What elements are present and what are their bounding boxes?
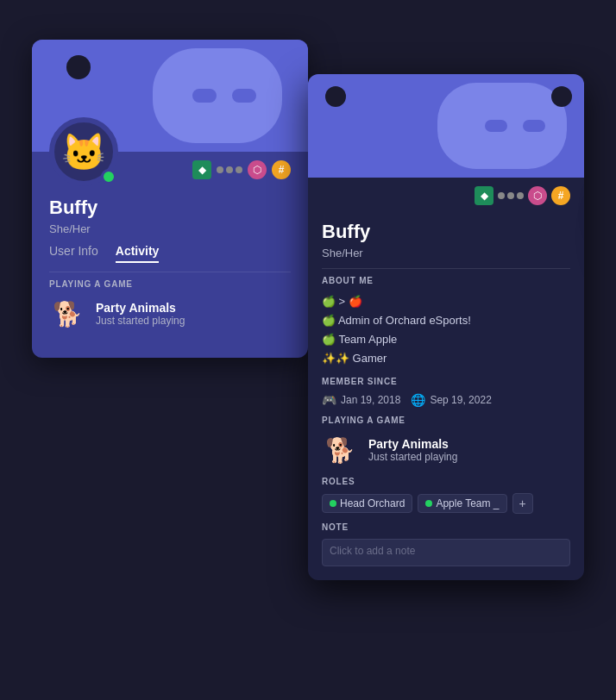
back-card-body: Buffy She/Her User Info Activity PLAYING…	[32, 197, 308, 358]
back-activity-section: PLAYING A GAME 🐕 Party Animals Just star…	[49, 279, 291, 332]
front-hypesquad-badge-icon: ⬡	[528, 186, 547, 205]
tab-user-info[interactable]: User Info	[49, 244, 98, 263]
front-robot-eye-left	[485, 120, 507, 132]
developer-badge-icon: #	[272, 160, 291, 179]
back-tabs: User Info Activity	[49, 244, 291, 263]
front-playing-label: PLAYING A GAME	[322, 416, 570, 425]
back-game-icon: 🐕	[49, 296, 85, 332]
role-name-apple-team: Apple Team _	[436, 497, 499, 509]
front-game-status: Just started playing	[368, 451, 457, 463]
back-divider	[49, 272, 291, 272]
dot1	[217, 166, 223, 173]
discord-join-date: 🎮 Jan 19, 2018	[322, 393, 400, 407]
back-playing-label: PLAYING A GAME	[49, 279, 291, 289]
boost-badge-icon: ◆	[192, 160, 211, 179]
front-note-section: NOTE Click to add a note	[322, 522, 570, 566]
back-game-info: Party Animals Just started playing	[96, 301, 185, 327]
back-card: 🐱 ◆ ⬡ # Buffy She/Her User Info Activity	[32, 40, 308, 358]
front-avatar-area: 🐱 ◆ ⬡ #	[308, 143, 584, 212]
front-divider1	[322, 268, 570, 269]
dots-badge-icon	[217, 166, 242, 173]
front-about-label: ABOUT ME	[322, 276, 570, 285]
front-game-row: 🐕 Party Animals Just started playing	[322, 432, 570, 468]
front-pronouns: She/Her	[322, 247, 570, 259]
front-game-icon: 🐕	[322, 432, 358, 468]
front-playing-section: PLAYING A GAME 🐕 Party Animals Just star…	[322, 416, 570, 468]
front-robot-eye-right	[523, 120, 545, 132]
role-apple-team: Apple Team _	[418, 494, 506, 513]
front-boost-badge-icon: ◆	[475, 186, 493, 205]
back-status-dot	[101, 169, 116, 184]
hypesquad-badge-icon: ⬡	[248, 160, 267, 179]
front-roles-section: ROLES Head Orchard Apple Team _ +	[322, 477, 570, 514]
front-banner-dot-black-left	[325, 86, 346, 107]
discord-join-date-text: Jan 19, 2018	[341, 394, 400, 406]
back-username: Buffy	[49, 197, 291, 219]
back-game-name: Party Animals	[96, 301, 185, 315]
about-line-1: 🍏 > 🍎	[322, 292, 570, 311]
about-line-4: ✨✨ Gamer	[322, 349, 570, 368]
front-game-info: Party Animals Just started playing	[368, 437, 457, 463]
front-about-section: ABOUT ME 🍏 > 🍎 🍏 Admin of Orchard eSport…	[322, 276, 570, 368]
front-card-body: Buffy She/Her ABOUT ME 🍏 > 🍎 🍏 Admin of …	[308, 221, 584, 580]
dot2	[226, 166, 233, 173]
front-badges: ◆ ⬡ #	[475, 186, 570, 205]
server-icon: 🌐	[411, 393, 425, 407]
back-game-row: 🐕 Party Animals Just started playing	[49, 296, 291, 332]
role-add-button[interactable]: +	[512, 493, 533, 514]
front-member-dates: 🎮 Jan 19, 2018 🌐 Sep 19, 2022	[322, 393, 570, 407]
back-avatar-area: 🐱 ◆ ⬡ #	[32, 117, 308, 186]
front-member-section: MEMBER SINCE 🎮 Jan 19, 2018 🌐 Sep 19, 20…	[322, 377, 570, 407]
front-dot1	[498, 192, 505, 199]
dot3	[236, 166, 242, 173]
front-about-text: 🍏 > 🍎 🍏 Admin of Orchard eSports! 🍏 Team…	[322, 292, 570, 368]
front-dot3	[517, 192, 524, 199]
back-badges: ◆ ⬡ #	[192, 160, 291, 179]
front-dots-badge-icon	[498, 192, 524, 199]
banner-dot-black	[66, 55, 91, 79]
server-join-date: 🌐 Sep 19, 2022	[411, 393, 491, 407]
front-username: Buffy	[322, 221, 570, 243]
about-line-2: 🍏 Admin of Orchard eSports!	[322, 311, 570, 330]
scene: 🐱 ◆ ⬡ # Buffy She/Her User Info Activity	[15, 22, 601, 678]
robot-eye-right	[232, 89, 256, 103]
front-game-name: Party Animals	[368, 437, 457, 451]
front-note-label: NOTE	[322, 522, 570, 532]
front-dot2	[507, 192, 514, 199]
back-pronouns: She/Her	[49, 222, 291, 235]
front-card: 🐱 ◆ ⬡ # Buffy She/Her ABOUT ME	[308, 74, 584, 580]
front-roles-label: ROLES	[322, 477, 570, 486]
role-dot-head-orchard	[330, 500, 336, 507]
about-line-3: 🍏 Team Apple	[322, 330, 570, 349]
front-avatar-wrapper: 🐱	[322, 143, 391, 212]
robot-eye-left	[192, 89, 217, 103]
role-dot-apple-team	[425, 500, 432, 507]
discord-icon: 🎮	[322, 393, 336, 407]
front-developer-badge-icon: #	[551, 186, 570, 205]
server-join-date-text: Sep 19, 2022	[430, 394, 491, 406]
front-member-label: MEMBER SINCE	[322, 377, 570, 386]
note-input[interactable]: Click to add a note	[322, 539, 570, 566]
back-avatar-wrapper: 🐱	[49, 117, 118, 186]
back-game-status: Just started playing	[96, 315, 185, 327]
front-roles-list: Head Orchard Apple Team _ +	[322, 493, 570, 514]
front-banner-dot-black-right	[551, 86, 572, 107]
role-head-orchard: Head Orchard	[322, 494, 412, 513]
tab-activity[interactable]: Activity	[116, 244, 160, 263]
note-placeholder: Click to add a note	[330, 545, 415, 557]
role-name-head-orchard: Head Orchard	[340, 497, 405, 509]
